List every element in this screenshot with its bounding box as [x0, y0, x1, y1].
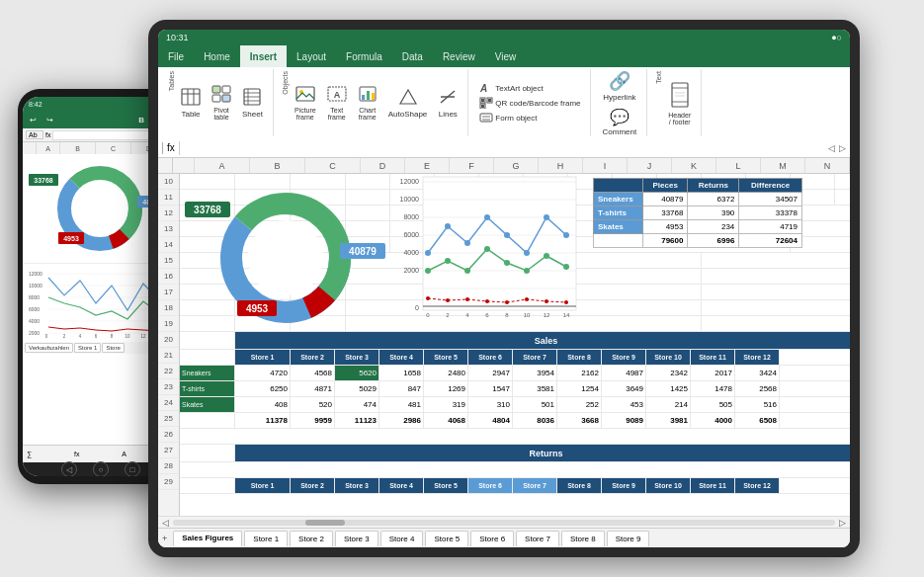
phone-back-btn[interactable]: ◁	[61, 461, 77, 476]
cell-m11[interactable]	[746, 190, 791, 205]
ribbon-form-btn[interactable]: Form object	[476, 111, 540, 124]
cell-d13[interactable]	[346, 221, 390, 236]
cell-a18[interactable]	[180, 300, 235, 315]
cell-l10[interactable]	[702, 174, 746, 189]
returns-header-store4[interactable]: Store 4	[379, 478, 424, 493]
cell-b13[interactable]	[235, 221, 291, 236]
cell-e14[interactable]	[390, 237, 435, 252]
cell-tshirts-s3[interactable]: 5029	[335, 381, 379, 396]
cell-g10[interactable]	[479, 174, 524, 189]
sheet-tab-store1[interactable]: Store 1	[244, 531, 288, 546]
cell-i10[interactable]	[568, 174, 613, 189]
cell-a11[interactable]	[180, 190, 235, 205]
phone-bold-btn[interactable]: B	[135, 116, 147, 124]
cell-tshirts-label[interactable]: T-shirts	[180, 381, 235, 396]
cell-m10[interactable]	[746, 174, 791, 189]
col-n[interactable]: N	[805, 158, 850, 173]
ribbon-picture-btn[interactable]: Pictureframe	[291, 83, 320, 123]
cell-a10[interactable]	[180, 174, 235, 189]
cell-sneakers-s9[interactable]: 4987	[602, 366, 646, 380]
sales-header-store8[interactable]: Store 8	[557, 350, 602, 365]
phone-tab-store1[interactable]: Store 1	[74, 343, 101, 353]
cell-wide16[interactable]	[346, 269, 702, 284]
cell-skates-s10[interactable]: 214	[646, 397, 691, 412]
cell-total-blank[interactable]	[180, 413, 235, 428]
returns-header-store1[interactable]: Store 1	[235, 478, 291, 493]
cell-f11[interactable]	[435, 190, 479, 205]
col-e[interactable]: E	[405, 158, 450, 173]
cell-c13[interactable]	[291, 221, 346, 236]
cell-tshirts-s1[interactable]: 6250	[235, 381, 291, 396]
sheet-tab-store3[interactable]: Store 3	[335, 531, 378, 546]
cell-c16[interactable]	[291, 269, 346, 284]
cell-a20[interactable]	[180, 332, 235, 349]
cell-a29[interactable]	[180, 478, 235, 493]
ribbon-tab-home[interactable]: Home	[194, 45, 240, 67]
sheet-tab-store9[interactable]: Store 9	[607, 531, 650, 546]
cell-tshirts-s9[interactable]: 3649	[602, 381, 646, 396]
cell-sneakers-s12[interactable]: 3424	[735, 366, 780, 380]
sheet-tab-store5[interactable]: Store 5	[425, 531, 468, 546]
cell-c12[interactable]	[291, 206, 346, 220]
cell-tshirts-s7[interactable]: 3581	[513, 381, 557, 396]
phone-recent-btn[interactable]: □	[125, 461, 140, 476]
returns-header-store12[interactable]: Store 12	[735, 478, 780, 493]
cell-b16[interactable]	[235, 269, 291, 284]
cell-b18[interactable]	[235, 300, 291, 315]
cell-total-s7[interactable]: 8036	[513, 413, 557, 428]
formula-input[interactable]	[184, 142, 824, 153]
cell-g11[interactable]	[479, 190, 524, 205]
phone-undo-btn[interactable]: ↩	[27, 116, 40, 124]
cell-f14-wide[interactable]	[435, 237, 791, 252]
cell-c15[interactable]	[291, 253, 346, 268]
col-h[interactable]: H	[539, 158, 583, 173]
col-d[interactable]: D	[361, 158, 405, 173]
returns-header-store10[interactable]: Store 10	[646, 478, 691, 493]
cell-n11[interactable]	[791, 190, 835, 205]
ribbon-textart-btn[interactable]: A TextArt object	[476, 81, 546, 95]
cell-f12-wide[interactable]	[435, 206, 613, 220]
col-j[interactable]: J	[628, 158, 672, 173]
cell-sneakers-s7[interactable]: 3954	[513, 366, 557, 380]
cell-j10[interactable]	[613, 174, 657, 189]
cell-total-s10[interactable]: 3981	[646, 413, 691, 428]
cell-skates-s6[interactable]: 310	[468, 397, 513, 412]
scroll-track[interactable]	[173, 520, 835, 526]
cell-c18[interactable]	[291, 300, 346, 315]
cell-sneakers-s10[interactable]: 2342	[646, 366, 691, 380]
cell-b15[interactable]	[235, 253, 291, 268]
cell-tshirts-s10[interactable]: 1425	[646, 381, 691, 396]
cell-e13[interactable]	[390, 221, 435, 236]
sales-header-store12[interactable]: Store 12	[735, 350, 780, 365]
cell-skates-s3[interactable]: 474	[335, 397, 379, 412]
ribbon-tab-review[interactable]: Review	[433, 45, 485, 67]
cell-sneakers-s5[interactable]: 2480	[424, 366, 468, 380]
col-f[interactable]: F	[450, 158, 494, 173]
ribbon-text-frame-btn[interactable]: A Textframe	[323, 83, 351, 123]
returns-header-store7[interactable]: Store 7	[513, 478, 557, 493]
phone-toolbar-format[interactable]: A	[122, 451, 126, 457]
col-m[interactable]: M	[761, 158, 805, 173]
returns-header-store9[interactable]: Store 9	[602, 478, 646, 493]
scroll-right-btn[interactable]: ▷	[839, 518, 846, 528]
cell-b17[interactable]	[235, 285, 291, 299]
sales-header-store9[interactable]: Store 9	[602, 350, 646, 365]
cell-a12[interactable]	[180, 206, 235, 220]
cell-c19[interactable]	[291, 316, 346, 331]
cell-j11[interactable]	[613, 190, 657, 205]
cell-sneakers-label[interactable]: Sneakers	[180, 366, 235, 380]
cell-total-s2[interactable]: 9959	[291, 413, 335, 428]
col-c[interactable]: C	[305, 158, 361, 173]
col-g[interactable]: G	[494, 158, 539, 173]
cell-c11[interactable]	[291, 190, 346, 205]
ribbon-pivot-btn[interactable]: Pivottable	[208, 83, 235, 123]
cell-tshirts-s2[interactable]: 4871	[291, 381, 335, 396]
sales-title-cell[interactable]: Sales	[235, 332, 850, 349]
sheet-tab-store4[interactable]: Store 4	[380, 531, 424, 546]
cell-total-s6[interactable]: 4804	[468, 413, 513, 428]
scroll-thumb[interactable]	[305, 520, 345, 526]
cell-sneakers-s2[interactable]: 4568	[291, 366, 335, 380]
ribbon-hyperlink-btn[interactable]: 🔗 Hyperlink	[599, 68, 639, 104]
ribbon-table-btn[interactable]: Table	[177, 86, 205, 121]
cell-a17[interactable]	[180, 285, 235, 299]
